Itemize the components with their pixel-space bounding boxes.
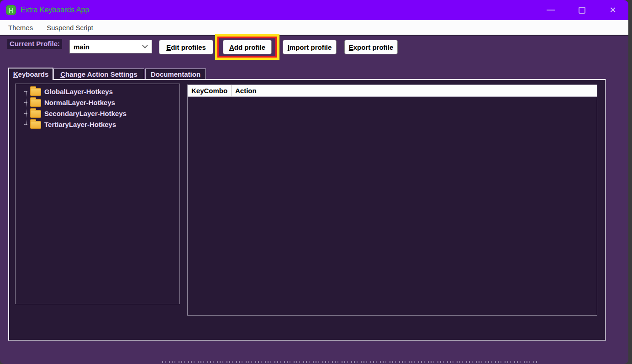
app-window: H Extra Keyboards App ✕ Themes Suspend S… [0, 0, 628, 364]
tab-documentation[interactable]: Documentation [145, 69, 206, 79]
folder-icon [30, 88, 41, 96]
tree-connector-stub [24, 102, 29, 103]
chevron-down-icon [142, 42, 148, 48]
current-profile-label: Current Profile: [7, 39, 62, 49]
click-highlight-inner: Add profile [217, 37, 277, 58]
menu-item-suspend-script[interactable]: Suspend Script [45, 23, 95, 32]
screen: H Extra Keyboards App ✕ Themes Suspend S… [0, 0, 632, 364]
tab-label: hange Action Settings [65, 70, 137, 78]
button-label: mport profile [290, 43, 332, 51]
tree-item-label: NormalLayer-Hotkeys [44, 99, 115, 106]
tab-label: K [13, 70, 18, 78]
tab-change-action-settings[interactable]: Change Action Settings [53, 69, 144, 79]
tree-item-label: TertiaryLayer-Hotkeys [44, 121, 116, 128]
folder-icon [30, 99, 41, 107]
import-profile-button[interactable]: Import profile [283, 40, 337, 54]
tree-item-secondarylayer[interactable]: SecondaryLayer-Hotkeys [24, 108, 126, 119]
button-label: xport profile [353, 43, 394, 51]
tree-item-globallayer[interactable]: GlobalLayer-Hotkeys [24, 86, 113, 97]
minimize-icon [547, 10, 555, 11]
close-icon: ✕ [609, 5, 616, 15]
folder-icon [30, 121, 41, 129]
hotkey-list: KeyCombo Action [187, 84, 597, 316]
tree-item-label: GlobalLayer-Hotkeys [44, 88, 113, 95]
profile-select[interactable]: main [69, 40, 152, 53]
tree-connector-stub [24, 91, 29, 92]
tab-label: C [60, 70, 65, 78]
tree-item-tertiarylayer[interactable]: TertiaryLayer-Hotkeys [24, 119, 116, 130]
maximize-icon [579, 7, 585, 14]
titlebar[interactable]: H Extra Keyboards App ✕ [0, 0, 628, 20]
tab-keyboards[interactable]: Keyboards [8, 68, 53, 80]
menu-item-themes[interactable]: Themes [6, 23, 35, 32]
button-label: E [166, 43, 171, 51]
window-title: Extra Keyboards App [21, 6, 89, 14]
menubar: Themes Suspend Script [0, 20, 628, 36]
column-header-keycombo[interactable]: KeyCombo [188, 85, 232, 96]
clipped-text-artifact [162, 361, 539, 363]
maximize-button[interactable] [566, 0, 597, 20]
window-controls: ✕ [535, 0, 628, 20]
layers-tree: GlobalLayer-Hotkeys NormalLayer-Hotkeys … [15, 84, 180, 304]
hotkey-list-body [188, 97, 597, 316]
hotkey-list-header: KeyCombo Action [188, 85, 597, 97]
edit-profiles-button[interactable]: Edit profiles [159, 40, 213, 54]
tree-connector-stub [24, 124, 29, 125]
click-highlight-annotation: Add profile [215, 34, 279, 60]
tree-connector-stub [24, 113, 29, 114]
close-button[interactable]: ✕ [597, 0, 628, 20]
button-label: A [229, 43, 234, 51]
tree-item-normallayer[interactable]: NormalLayer-Hotkeys [24, 97, 115, 108]
add-profile-button[interactable]: Add profile [223, 40, 272, 54]
export-profile-button[interactable]: Export profile [344, 40, 398, 54]
tab-label: eyboards [18, 70, 49, 78]
column-header-action[interactable]: Action [232, 85, 597, 96]
button-label: dd profile [234, 43, 265, 51]
tree-item-label: SecondaryLayer-Hotkeys [44, 110, 126, 117]
profile-select-value: main [74, 43, 90, 51]
button-label: E [349, 43, 353, 51]
app-icon: H [6, 5, 16, 15]
minimize-button[interactable] [535, 0, 566, 20]
tab-label: Documentation [151, 70, 200, 78]
button-label: dit profiles [171, 43, 206, 51]
folder-icon [30, 110, 41, 118]
